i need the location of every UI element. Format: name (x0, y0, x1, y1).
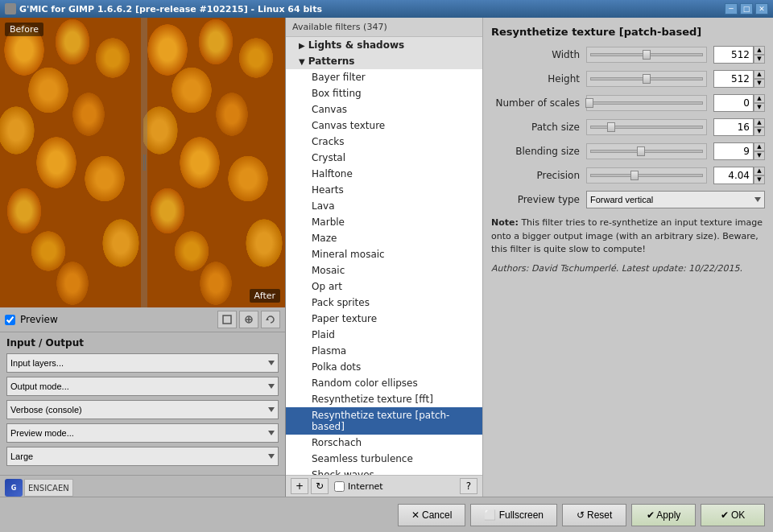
authors-text: Authors: David Tschumperlé. Latest updat… (491, 263, 765, 274)
param-row-width: Width 512 ▲ ▼ (491, 46, 765, 64)
filter-item-shock-waves[interactable]: Shock waves (286, 467, 482, 475)
filter-item-canvas-texture[interactable]: Canvas texture (286, 118, 482, 134)
size-select[interactable]: Large (6, 447, 279, 466)
filter-item-canvas[interactable]: Canvas (286, 101, 482, 118)
refresh-filters-button[interactable]: ↻ (311, 478, 329, 494)
filter-item-mosaic[interactable]: Mosaic (286, 262, 482, 278)
fullscreen-button[interactable]: ⬜ Fullscreen (470, 504, 557, 526)
right-panel: Resynthetize texture [patch-based] Width… (483, 18, 773, 497)
ok-button[interactable]: ✔ OK (701, 504, 765, 526)
precision-slider[interactable] (586, 167, 707, 184)
precision-thumb (630, 171, 639, 180)
filter-item-lava[interactable]: Lava (286, 198, 482, 214)
help-button[interactable]: ? (460, 478, 477, 494)
blending-value: 9 (713, 142, 754, 160)
width-label: Width (491, 49, 580, 60)
internet-checkbox[interactable] (334, 481, 345, 492)
preview-type-select[interactable]: Forward vertical Backward vertical Forwa… (586, 191, 765, 208)
filter-item-resynthetize-patch[interactable]: Resynthetize texture [patch-based] (286, 407, 482, 435)
filter-item-plaid[interactable]: Plaid (286, 327, 482, 343)
blending-slider[interactable] (586, 143, 707, 159)
patch-value: 16 (713, 118, 754, 136)
add-filter-button[interactable]: + (291, 478, 308, 494)
verbose-select[interactable]: Verbose (console) (6, 400, 279, 419)
filter-item-mineral-mosaic[interactable]: Mineral mosaic (286, 246, 482, 262)
patch-input-group: 16 ▲ ▼ (713, 118, 765, 136)
width-down-button[interactable]: ▼ (754, 55, 765, 64)
filter-item-crystal[interactable]: Crystal (286, 150, 482, 166)
blending-down-button[interactable]: ▼ (754, 151, 765, 160)
maximize-button[interactable]: □ (740, 3, 753, 14)
height-slider[interactable] (586, 71, 707, 87)
width-up-button[interactable]: ▲ (754, 46, 765, 55)
param-row-blending: Blending size 9 ▲ ▼ (491, 142, 765, 160)
height-up-button[interactable]: ▲ (754, 70, 765, 79)
note-bold: Note: (491, 217, 519, 228)
filter-item-cracks[interactable]: Cracks (286, 134, 482, 150)
close-button[interactable]: ✕ (755, 3, 768, 14)
filter-item-random-color-ellipses[interactable]: Random color ellipses (286, 375, 482, 391)
internet-label: Internet (348, 481, 383, 492)
filter-item-bayer[interactable]: Bayer filter (286, 69, 482, 85)
param-row-patch: Patch size 16 ▲ ▼ (491, 118, 765, 136)
cancel-button[interactable]: ✕ Cancel (398, 504, 466, 526)
width-value: 512 (713, 46, 754, 64)
bottom-bar-left: G ENSICAEN (0, 475, 285, 497)
filter-item-halftone[interactable]: Halftone (286, 166, 482, 182)
category-lights-shadows-label: Lights & shadows (308, 39, 404, 51)
preview-checkbox[interactable] (5, 315, 15, 325)
filter-item-polka-dots[interactable]: Polka dots (286, 359, 482, 375)
patch-up-button[interactable]: ▲ (754, 118, 765, 127)
patch-thumb (607, 122, 615, 132)
patch-slider[interactable] (586, 119, 707, 135)
internet-check: Internet (334, 481, 383, 492)
before-pepper-pattern (0, 18, 143, 307)
help-icon: ? (466, 480, 471, 492)
filter-item-op-art[interactable]: Op art (286, 278, 482, 295)
reset-button[interactable]: ↺ Reset (562, 504, 626, 526)
filter-item-hearts[interactable]: Hearts (286, 182, 482, 198)
filter-item-pack-sprites[interactable]: Pack sprites (286, 295, 482, 311)
height-down-button[interactable]: ▼ (754, 79, 765, 88)
preview-divider[interactable] (141, 18, 147, 307)
input-layers-select[interactable]: Input layers... (6, 353, 279, 373)
scales-up-button[interactable]: ▲ (754, 94, 765, 103)
minimize-button[interactable]: ─ (725, 3, 738, 14)
filter-list: ▶ Lights & shadows ▼ Patterns Bayer filt… (286, 37, 482, 475)
filter-item-marble[interactable]: Marble (286, 214, 482, 230)
filter-item-resynthetize-fft[interactable]: Resynthetize texture [fft] (286, 391, 482, 407)
category-patterns-label: Patterns (308, 56, 355, 67)
preview-refresh-button[interactable] (261, 311, 280, 328)
filter-toolbar: + ↻ Internet ? (286, 475, 482, 497)
filter-item-maze[interactable]: Maze (286, 230, 482, 246)
param-row-height: Height 512 ▲ ▼ (491, 70, 765, 88)
patch-down-button[interactable]: ▼ (754, 127, 765, 136)
scales-down-button[interactable]: ▼ (754, 103, 765, 112)
height-input-group: 512 ▲ ▼ (713, 70, 765, 88)
filter-item-box-fitting[interactable]: Box fitting (286, 85, 482, 101)
add-icon: + (296, 480, 304, 492)
output-mode-select[interactable]: Output mode... (6, 377, 279, 396)
app-icon (5, 3, 16, 14)
filter-title: Resynthetize texture [patch-based] (491, 26, 765, 38)
before-image: Before (0, 18, 143, 307)
io-title: Input / Output (6, 337, 279, 348)
apply-button[interactable]: ✔ Apply (631, 504, 696, 526)
preview-mode-select[interactable]: Preview mode... (6, 423, 279, 443)
precision-up-button[interactable]: ▲ (754, 167, 765, 175)
filter-item-seamless-turbulence[interactable]: Seamless turbulence (286, 451, 482, 467)
preview-zoom-in-button[interactable] (239, 311, 258, 328)
category-lights-shadows[interactable]: ▶ Lights & shadows (286, 37, 482, 53)
filter-item-paper-texture[interactable]: Paper texture (286, 311, 482, 327)
category-patterns[interactable]: ▼ Patterns (286, 53, 482, 69)
filter-item-rorschach[interactable]: Rorschach (286, 435, 482, 451)
width-slider[interactable] (586, 47, 707, 63)
refresh-filters-icon: ↻ (316, 480, 324, 492)
scales-slider[interactable] (586, 95, 707, 111)
preview-type-label: Preview type (491, 194, 580, 205)
blending-up-button[interactable]: ▲ (754, 142, 765, 151)
precision-down-button[interactable]: ▼ (754, 175, 765, 184)
filter-item-plasma[interactable]: Plasma (286, 343, 482, 359)
preview-reset-button[interactable] (217, 311, 237, 328)
patch-spinner: ▲ ▼ (754, 118, 765, 136)
